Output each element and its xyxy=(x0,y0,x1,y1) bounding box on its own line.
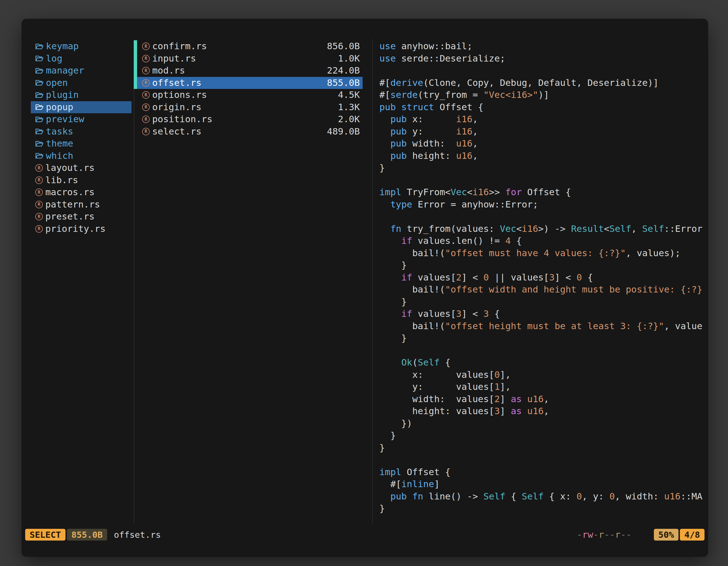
parent-item-lib-rs[interactable]: Rlib.rs xyxy=(31,174,131,187)
parent-item-keymap[interactable]: keymap xyxy=(31,40,131,53)
parent-item-preset-rs[interactable]: Rpreset.rs xyxy=(31,211,131,223)
file-name: select.rs xyxy=(152,126,201,138)
code-line: pub x: i16, xyxy=(379,113,707,126)
code-line xyxy=(379,211,707,223)
parent-item-label: macros.rs xyxy=(45,186,95,199)
parent-item-plugin[interactable]: plugin xyxy=(31,89,131,101)
parent-item-label: plugin xyxy=(46,89,79,101)
terminal-window: keymaplogmanageropenpluginpopuppreviewta… xyxy=(22,19,708,556)
current-directory-pane[interactable]: Rconfirm.rs856.0BRinput.rs1.0KRmod.rs224… xyxy=(134,40,363,527)
file-row-input-rs[interactable]: Rinput.rs1.0K xyxy=(134,53,363,65)
parent-item-layout-rs[interactable]: Rlayout.rs xyxy=(31,162,131,174)
code-line xyxy=(379,174,707,187)
file-row-content: Roptions.rs4.5K xyxy=(137,89,363,101)
folder-open-icon xyxy=(35,128,44,135)
parent-item-macros-rs[interactable]: Rmacros.rs xyxy=(31,186,131,199)
file-row-mod-rs[interactable]: Rmod.rs224.0B xyxy=(134,65,363,77)
file-permissions: -rw-r--r-- xyxy=(577,529,631,540)
selection-mark xyxy=(134,65,137,77)
code-line: if values.len() != 4 { xyxy=(379,235,707,247)
parent-item-label: popup xyxy=(46,101,73,114)
parent-item-theme[interactable]: theme xyxy=(31,138,131,150)
file-row-select-rs[interactable]: Rselect.rs489.0B xyxy=(134,126,363,138)
rust-file-icon: R xyxy=(142,128,150,135)
rust-file-icon: R xyxy=(142,104,150,111)
parent-item-label: which xyxy=(46,150,73,162)
selection-mark xyxy=(134,126,137,138)
file-size: 2.0K xyxy=(338,113,360,126)
file-row-confirm-rs[interactable]: Rconfirm.rs856.0B xyxy=(134,40,363,53)
code-line: impl TryFrom<Vec<i16>> for Offset { xyxy=(379,186,707,199)
pane-divider-right xyxy=(372,39,373,523)
code-line: use anyhow::bail; xyxy=(379,40,707,53)
file-row-offset-rs[interactable]: Roffset.rs855.0B xyxy=(134,77,363,89)
code-line: } xyxy=(379,442,707,454)
code-line: pub y: i16, xyxy=(379,126,707,138)
parent-item-label: lib.rs xyxy=(45,174,78,187)
rust-file-icon: R xyxy=(35,201,43,208)
file-name: options.rs xyxy=(152,89,207,101)
file-preview-pane[interactable]: use anyhow::bail;use serde::Deserialize;… xyxy=(379,40,707,527)
code-line: } xyxy=(379,332,707,344)
parent-item-label: preset.rs xyxy=(45,211,95,223)
parent-item-which[interactable]: which xyxy=(31,150,131,162)
code-line: bail!("offset must have 4 values: {:?}",… xyxy=(379,247,707,260)
code-line: width: values[2] as u16, xyxy=(379,393,707,405)
parent-item-preview[interactable]: preview xyxy=(31,113,131,126)
parent-item-label: keymap xyxy=(46,40,79,53)
folder-open-icon xyxy=(35,91,44,99)
rust-file-icon: R xyxy=(35,164,43,172)
folder-open-icon xyxy=(35,140,44,147)
rust-file-icon: R xyxy=(35,213,43,220)
parent-item-label: theme xyxy=(46,138,73,150)
parent-directory-pane[interactable]: keymaplogmanageropenpluginpopuppreviewta… xyxy=(31,40,131,527)
parent-item-open[interactable]: open xyxy=(31,77,131,89)
selection-mark xyxy=(134,77,137,89)
code-line: } xyxy=(379,162,707,174)
code-line: Ok(Self { xyxy=(379,356,707,369)
file-size: 1.3K xyxy=(338,101,360,114)
parent-item-pattern-rs[interactable]: Rpattern.rs xyxy=(31,199,131,211)
file-row-options-rs[interactable]: Roptions.rs4.5K xyxy=(134,89,363,101)
selected-size-badge: 855.0B xyxy=(67,529,107,541)
parent-item-label: open xyxy=(46,77,68,89)
folder-open-icon xyxy=(35,79,44,87)
file-row-position-rs[interactable]: Rposition.rs2.0K xyxy=(134,113,363,126)
file-row-origin-rs[interactable]: Rorigin.rs1.3K xyxy=(134,101,363,114)
file-name: input.rs xyxy=(152,53,196,65)
scroll-percent-badge: 50% xyxy=(654,529,678,541)
status-filename: offset.rs xyxy=(114,530,161,540)
code-line: impl Offset { xyxy=(379,466,707,478)
parent-item-label: log xyxy=(46,53,62,65)
parent-item-priority-rs[interactable]: Rpriority.rs xyxy=(31,223,131,235)
folder-open-icon xyxy=(35,55,44,62)
code-line: pub fn line() -> Self { Self { x: 0, y: … xyxy=(379,490,707,503)
code-line: y: values[1], xyxy=(379,381,707,393)
code-line: pub width: u16, xyxy=(379,138,707,150)
code-line: use serde::Deserialize; xyxy=(379,53,707,65)
folder-open-icon xyxy=(35,67,44,74)
parent-item-manager[interactable]: manager xyxy=(31,65,131,77)
parent-item-label: tasks xyxy=(46,126,73,138)
parent-item-popup[interactable]: popup xyxy=(31,101,131,114)
code-line: } xyxy=(379,296,707,308)
file-name: position.rs xyxy=(152,113,212,126)
file-row-content: Rinput.rs1.0K xyxy=(137,53,363,65)
rust-file-icon: R xyxy=(142,116,150,123)
code-line: if values[2] < 0 || values[3] < 0 { xyxy=(379,272,707,284)
code-line: } xyxy=(379,429,707,442)
rust-file-icon: R xyxy=(35,177,43,184)
parent-item-log[interactable]: log xyxy=(31,53,131,65)
code-line: if values[3] < 3 { xyxy=(379,308,707,320)
parent-item-label: layout.rs xyxy=(45,162,95,174)
code-line: pub struct Offset { xyxy=(379,101,707,114)
rust-file-icon: R xyxy=(142,43,150,50)
parent-item-tasks[interactable]: tasks xyxy=(31,126,131,138)
parent-item-label: manager xyxy=(46,65,84,77)
folder-open-icon xyxy=(35,116,44,123)
code-line: #[inline] xyxy=(379,478,707,490)
selection-mark xyxy=(134,101,137,114)
file-name: confirm.rs xyxy=(152,40,207,53)
code-line: } xyxy=(379,502,707,515)
code-line xyxy=(379,454,707,466)
